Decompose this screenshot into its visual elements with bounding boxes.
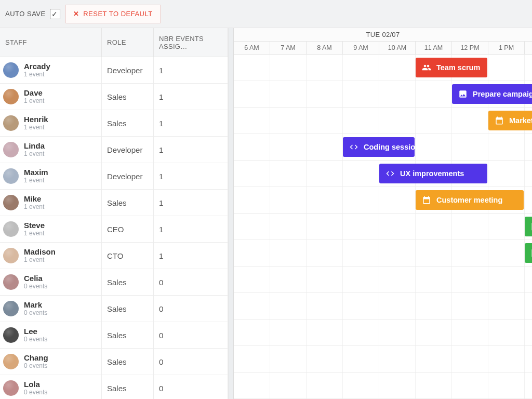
nbr-events-cell: 1 (154, 163, 228, 189)
timeline-row[interactable] (234, 214, 532, 240)
event-label: Team scrum (436, 63, 480, 72)
staff-name: Linda (24, 142, 45, 151)
avatar (3, 301, 19, 316)
hour-header[interactable]: 2 PM (525, 42, 532, 55)
event-bar[interactable] (525, 243, 532, 263)
staff-row[interactable]: Dave1 eventSales1 (0, 84, 228, 110)
staff-event-count: 0 events (24, 283, 47, 290)
role-cell: Sales (102, 190, 154, 216)
calendar-icon (495, 116, 504, 125)
staff-event-count: 0 events (24, 362, 48, 369)
staff-event-count: 1 event (24, 150, 45, 157)
role-cell: CTO (102, 243, 154, 269)
image-icon (458, 89, 468, 99)
event-bar[interactable]: Prepare campaign (452, 84, 532, 104)
col-header-role[interactable]: ROLE (102, 28, 154, 57)
staff-cell: Lee0 events (0, 322, 102, 348)
nbr-events-cell: 0 (154, 375, 228, 399)
staff-name: Henrik (24, 115, 48, 124)
role-cell: Sales (102, 375, 154, 399)
avatar (3, 354, 19, 369)
hour-header[interactable]: 9 AM (343, 42, 379, 55)
staff-event-count: 1 event (24, 203, 44, 210)
nbr-events-cell: 0 (154, 322, 228, 348)
timeline-row[interactable]: Prepare campaign (234, 81, 532, 108)
role-cell: Sales (102, 84, 154, 110)
timeline-row[interactable] (234, 346, 532, 373)
timeline-row[interactable]: Team scrum (234, 55, 532, 81)
staff-name: Arcady (24, 62, 50, 71)
hour-header[interactable]: 6 AM (234, 42, 270, 55)
staff-name: Lola (24, 380, 47, 389)
hour-header[interactable]: 7 AM (270, 42, 307, 55)
col-header-staff[interactable]: STAFF (0, 28, 102, 57)
event-bar[interactable] (525, 217, 532, 236)
autosave-toggle[interactable]: AUTO SAVE ✓ (5, 9, 60, 19)
staff-row[interactable]: Lee0 eventsSales0 (0, 322, 228, 349)
event-label: Prepare campaign (473, 90, 532, 98)
staff-name: Lee (24, 327, 47, 336)
event-bar[interactable]: Coding session (343, 137, 415, 157)
staff-cell: Maxim1 event (0, 163, 102, 189)
staff-row[interactable]: Maxim1 eventDeveloper1 (0, 163, 228, 190)
nbr-events-cell: 1 (154, 84, 228, 110)
staff-name: Mark (24, 301, 47, 310)
timeline-row[interactable] (234, 240, 532, 267)
timeline-row[interactable]: Marketing (234, 108, 532, 134)
hour-header[interactable]: 12 PM (452, 42, 488, 55)
staff-row[interactable]: Mike1 eventSales1 (0, 190, 228, 216)
column-splitter[interactable] (229, 28, 234, 399)
hour-header[interactable]: 11 AM (416, 42, 452, 55)
reset-to-default-button[interactable]: ✕ RESET TO DEFAULT (65, 5, 161, 23)
hour-header[interactable]: 1 PM (488, 42, 525, 55)
role-cell: Developer (102, 57, 154, 83)
staff-row[interactable]: Mark0 eventsSales0 (0, 296, 228, 322)
avatar (3, 168, 19, 184)
staff-name: Madison (24, 248, 56, 257)
timeline-row[interactable] (234, 293, 532, 320)
left-header: STAFF ROLE NBR EVENTS ASSIG… (0, 28, 228, 57)
timeline-row[interactable]: UX improvements (234, 161, 532, 187)
staff-row[interactable]: Steve1 eventCEO1 (0, 216, 228, 243)
timeline-row[interactable] (234, 267, 532, 293)
hour-header[interactable]: 10 AM (379, 42, 416, 55)
event-bar[interactable]: Customer meeting (416, 190, 524, 210)
close-icon: ✕ (73, 10, 79, 18)
event-bar[interactable]: Marketing (488, 111, 532, 130)
role-cell: CEO (102, 216, 154, 242)
checkbox-icon: ✓ (50, 9, 60, 19)
staff-row[interactable]: Madison1 eventCTO1 (0, 243, 228, 269)
event-bar[interactable]: UX improvements (379, 164, 487, 183)
timeline-rows: Team scrumPrepare campaignMarketingCodin… (234, 55, 532, 399)
event-label: Marketing (509, 116, 532, 125)
role-cell: Developer (102, 163, 154, 189)
timeline-row[interactable] (234, 320, 532, 346)
avatar (3, 274, 19, 290)
staff-row[interactable]: Celia0 eventsSales0 (0, 269, 228, 296)
code-icon (349, 142, 358, 152)
staff-row[interactable]: Linda1 eventDeveloper1 (0, 137, 228, 163)
users-icon (422, 63, 431, 72)
timeline-row[interactable]: Customer meeting (234, 187, 532, 214)
staff-row[interactable]: Chang0 eventsSales0 (0, 349, 228, 375)
event-bar[interactable]: Team scrum (416, 58, 487, 77)
hour-header[interactable]: 8 AM (307, 42, 343, 55)
staff-cell: Chang0 events (0, 349, 102, 375)
timeline-row[interactable]: Coding session (234, 134, 532, 161)
staff-row[interactable]: Arcady1 eventDeveloper1 (0, 57, 228, 84)
staff-cell: Dave1 event (0, 84, 102, 110)
col-header-nbr-events[interactable]: NBR EVENTS ASSIG… (154, 28, 228, 57)
staff-event-count: 1 event (24, 177, 48, 184)
staff-cell: Henrik1 event (0, 110, 102, 136)
staff-row[interactable]: Lola0 eventsSales0 (0, 375, 228, 399)
avatar (3, 195, 19, 210)
staff-cell: Celia0 events (0, 269, 102, 295)
avatar (3, 380, 19, 396)
date-header[interactable]: TUE 02/07 (234, 28, 532, 42)
timeline-row[interactable] (234, 373, 532, 399)
staff-row[interactable]: Henrik1 eventSales1 (0, 110, 228, 137)
staff-name: Mike (24, 195, 44, 204)
staff-event-count: 1 event (24, 256, 56, 263)
staff-event-count: 1 event (24, 71, 50, 78)
staff-event-count: 1 event (24, 230, 45, 237)
